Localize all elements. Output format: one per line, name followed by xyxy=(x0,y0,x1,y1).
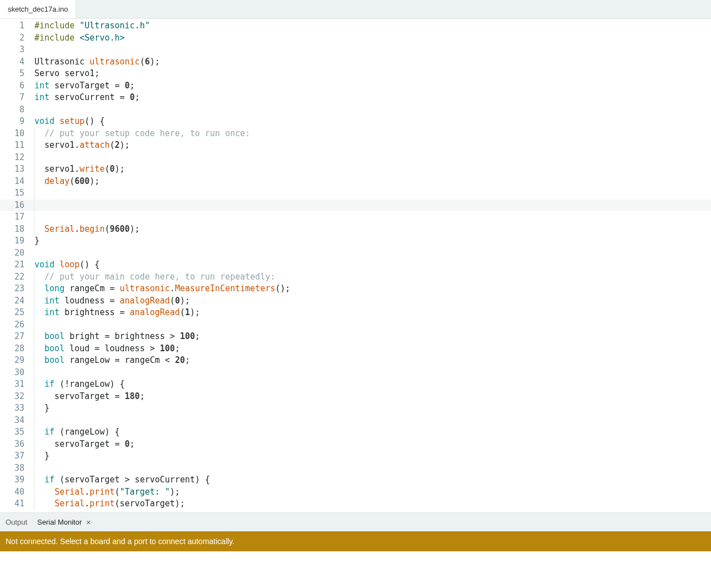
line-number: 11 xyxy=(0,139,24,152)
code-line[interactable]: servoTarget = 180; xyxy=(34,391,711,403)
tab-output-label: Output xyxy=(6,518,27,526)
code-line[interactable]: Serial.print("Target: "); xyxy=(34,486,711,499)
code-line[interactable]: // put your main code here, to run repea… xyxy=(34,271,711,283)
code-line[interactable]: servo1.write(0); xyxy=(34,163,711,176)
code-line[interactable]: void loop() { xyxy=(34,259,711,271)
line-number: 33 xyxy=(0,402,24,415)
line-number: 41 xyxy=(0,498,24,510)
code-line[interactable] xyxy=(34,187,711,200)
line-number: 25 xyxy=(0,307,24,319)
code-line[interactable]: } xyxy=(34,235,711,247)
line-number: 5 xyxy=(0,68,24,80)
line-number: 36 xyxy=(0,438,24,451)
code-line[interactable]: delay(600); xyxy=(34,176,711,188)
code-line[interactable]: } xyxy=(34,450,711,462)
bottom-panel: Output Serial Monitor × Not connected. S… xyxy=(0,512,711,588)
line-number: 29 xyxy=(0,355,24,367)
line-number: 14 xyxy=(0,176,24,188)
code-line[interactable]: if (!rangeLow) { xyxy=(34,378,711,391)
code-line[interactable]: if (rangeLow) { xyxy=(34,426,711,438)
code-line[interactable] xyxy=(34,247,711,260)
line-number: 40 xyxy=(0,486,24,499)
serial-output-area[interactable] xyxy=(0,551,711,588)
panel-tab-bar: Output Serial Monitor × xyxy=(0,512,711,531)
code-line[interactable]: void setup() { xyxy=(34,116,711,128)
line-number: 10 xyxy=(0,128,24,140)
file-tab[interactable]: sketch_dec17a.ino xyxy=(0,0,76,18)
line-number: 31 xyxy=(0,378,24,391)
line-number-gutter: 1234567891011121314151617181920212223242… xyxy=(0,19,34,512)
line-number: 39 xyxy=(0,474,24,486)
line-number: 38 xyxy=(0,462,24,475)
code-line[interactable] xyxy=(34,200,711,212)
code-line[interactable]: int brightness = analogRead(1); xyxy=(34,307,711,319)
code-line[interactable]: bool bright = brightness > 100; xyxy=(34,331,711,343)
line-number: 18 xyxy=(0,223,24,236)
tab-serial-label: Serial Monitor xyxy=(37,518,82,526)
line-number: 28 xyxy=(0,343,24,355)
code-line[interactable]: Serial.begin(9600); xyxy=(34,223,711,236)
file-tab-label: sketch_dec17a.ino xyxy=(8,5,68,13)
code-line[interactable]: servoTarget = 0; xyxy=(34,438,711,451)
code-line[interactable]: if (servoTarget > servoCurrent) { xyxy=(34,474,711,486)
line-number: 4 xyxy=(0,56,24,68)
code-line[interactable]: // put your setup code here, to run once… xyxy=(34,128,711,140)
code-line[interactable] xyxy=(34,211,711,223)
code-line[interactable]: servo1.attach(2); xyxy=(34,139,711,152)
code-line[interactable] xyxy=(34,462,711,475)
code-line[interactable] xyxy=(34,152,711,164)
code-line[interactable]: long rangeCm = ultrasonic.MeasureInCenti… xyxy=(34,283,711,295)
line-number: 32 xyxy=(0,391,24,403)
line-number: 19 xyxy=(0,235,24,247)
tab-output[interactable]: Output xyxy=(6,518,27,526)
line-number: 7 xyxy=(0,92,24,104)
line-number: 6 xyxy=(0,80,24,92)
line-number: 26 xyxy=(0,319,24,331)
line-number: 20 xyxy=(0,247,24,260)
code-line[interactable]: #include "Ultrasonic.h" xyxy=(34,20,711,32)
code-line[interactable] xyxy=(34,319,711,331)
line-number: 16 xyxy=(0,200,24,212)
code-line[interactable]: int loudness = analogRead(0); xyxy=(34,295,711,307)
code-line[interactable]: } xyxy=(34,402,711,415)
line-number: 13 xyxy=(0,163,24,176)
line-number: 34 xyxy=(0,415,24,427)
code-editor[interactable]: 1234567891011121314151617181920212223242… xyxy=(0,19,711,512)
tab-serial-monitor[interactable]: Serial Monitor × xyxy=(37,518,92,527)
line-number: 17 xyxy=(0,211,24,223)
code-line[interactable]: Serial.print(servoTarget); xyxy=(34,498,711,510)
line-number: 9 xyxy=(0,116,24,128)
code-line[interactable]: Servo servo1; xyxy=(34,68,711,80)
code-line[interactable]: Ultrasonic ultrasonic(6); xyxy=(34,56,711,68)
line-number: 2 xyxy=(0,32,24,44)
code-line[interactable] xyxy=(34,104,711,116)
code-line[interactable] xyxy=(34,367,711,379)
file-tab-bar: sketch_dec17a.ino xyxy=(0,0,711,19)
code-line[interactable]: #include <Servo.h> xyxy=(34,32,711,44)
serial-status-message: Not connected. Select a board and a port… xyxy=(0,531,711,551)
serial-status-text: Not connected. Select a board and a port… xyxy=(6,537,234,546)
code-line[interactable]: int servoCurrent = 0; xyxy=(34,92,711,104)
line-number: 35 xyxy=(0,426,24,438)
code-line[interactable]: bool loud = loudness > 100; xyxy=(34,343,711,355)
line-number: 22 xyxy=(0,271,24,283)
code-line[interactable] xyxy=(34,415,711,427)
line-number: 27 xyxy=(0,331,24,343)
code-line[interactable] xyxy=(34,44,711,56)
line-number: 8 xyxy=(0,104,24,116)
line-number: 15 xyxy=(0,187,24,200)
code-line[interactable]: bool rangeLow = rangeCm < 20; xyxy=(34,355,711,367)
line-number: 21 xyxy=(0,259,24,271)
line-number: 1 xyxy=(0,20,24,32)
line-number: 12 xyxy=(0,152,24,164)
line-number: 30 xyxy=(0,367,24,379)
line-number: 23 xyxy=(0,283,24,295)
code-line[interactable]: int servoTarget = 0; xyxy=(34,80,711,92)
close-icon[interactable]: × xyxy=(85,518,92,527)
line-number: 37 xyxy=(0,450,24,462)
line-number: 24 xyxy=(0,295,24,307)
line-number: 3 xyxy=(0,44,24,56)
code-area[interactable]: #include "Ultrasonic.h"#include <Servo.h… xyxy=(34,19,711,512)
